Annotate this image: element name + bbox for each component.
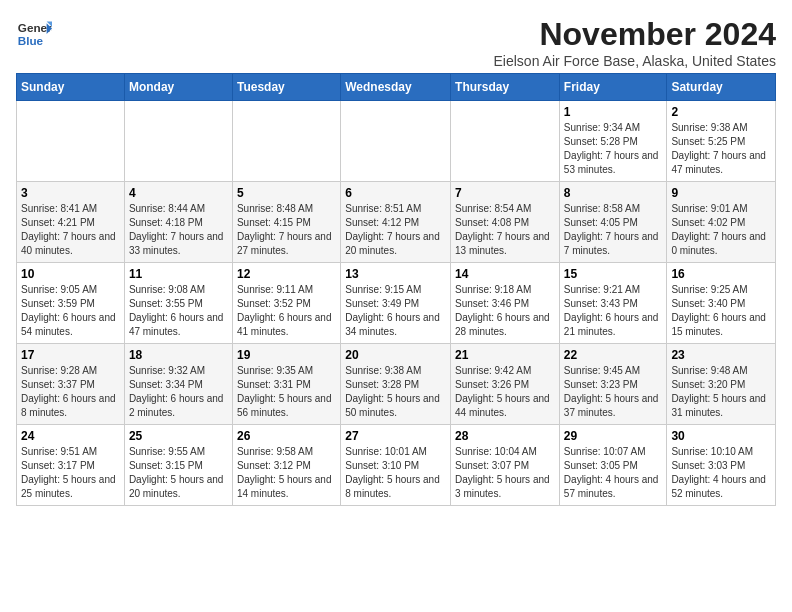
day-number: 29 [564,429,663,443]
day-cell: 14Sunrise: 9:18 AMSunset: 3:46 PMDayligh… [451,263,560,344]
day-cell: 8Sunrise: 8:58 AMSunset: 4:05 PMDaylight… [559,182,667,263]
day-info: Sunrise: 9:01 AMSunset: 4:02 PMDaylight:… [671,202,771,258]
day-info: Sunrise: 9:21 AMSunset: 3:43 PMDaylight:… [564,283,663,339]
day-info: Sunrise: 9:48 AMSunset: 3:20 PMDaylight:… [671,364,771,420]
day-cell: 24Sunrise: 9:51 AMSunset: 3:17 PMDayligh… [17,425,125,506]
calendar-header: SundayMondayTuesdayWednesdayThursdayFrid… [17,74,776,101]
header-cell-monday: Monday [124,74,232,101]
week-row-4: 17Sunrise: 9:28 AMSunset: 3:37 PMDayligh… [17,344,776,425]
day-cell: 30Sunrise: 10:10 AMSunset: 3:03 PMDaylig… [667,425,776,506]
day-info: Sunrise: 8:44 AMSunset: 4:18 PMDaylight:… [129,202,228,258]
day-number: 2 [671,105,771,119]
day-cell: 13Sunrise: 9:15 AMSunset: 3:49 PMDayligh… [341,263,451,344]
header-cell-wednesday: Wednesday [341,74,451,101]
day-number: 16 [671,267,771,281]
page-subtitle: Eielson Air Force Base, Alaska, United S… [494,53,776,69]
day-number: 23 [671,348,771,362]
day-number: 6 [345,186,446,200]
day-number: 1 [564,105,663,119]
header-cell-sunday: Sunday [17,74,125,101]
calendar-table: SundayMondayTuesdayWednesdayThursdayFrid… [16,73,776,506]
day-number: 8 [564,186,663,200]
logo-icon: General Blue [16,16,52,52]
day-number: 18 [129,348,228,362]
day-cell [451,101,560,182]
day-cell [232,101,340,182]
day-cell: 27Sunrise: 10:01 AMSunset: 3:10 PMDaylig… [341,425,451,506]
day-info: Sunrise: 8:54 AMSunset: 4:08 PMDaylight:… [455,202,555,258]
day-info: Sunrise: 9:38 AMSunset: 3:28 PMDaylight:… [345,364,446,420]
week-row-1: 1Sunrise: 9:34 AMSunset: 5:28 PMDaylight… [17,101,776,182]
day-number: 4 [129,186,228,200]
day-info: Sunrise: 9:11 AMSunset: 3:52 PMDaylight:… [237,283,336,339]
day-cell: 25Sunrise: 9:55 AMSunset: 3:15 PMDayligh… [124,425,232,506]
day-number: 15 [564,267,663,281]
header-cell-friday: Friday [559,74,667,101]
day-cell: 11Sunrise: 9:08 AMSunset: 3:55 PMDayligh… [124,263,232,344]
day-info: Sunrise: 9:18 AMSunset: 3:46 PMDaylight:… [455,283,555,339]
day-info: Sunrise: 8:58 AMSunset: 4:05 PMDaylight:… [564,202,663,258]
day-number: 30 [671,429,771,443]
day-number: 3 [21,186,120,200]
day-cell: 21Sunrise: 9:42 AMSunset: 3:26 PMDayligh… [451,344,560,425]
day-number: 26 [237,429,336,443]
header-cell-thursday: Thursday [451,74,560,101]
day-number: 19 [237,348,336,362]
week-row-2: 3Sunrise: 8:41 AMSunset: 4:21 PMDaylight… [17,182,776,263]
header-cell-saturday: Saturday [667,74,776,101]
day-cell: 5Sunrise: 8:48 AMSunset: 4:15 PMDaylight… [232,182,340,263]
day-number: 17 [21,348,120,362]
day-cell: 26Sunrise: 9:58 AMSunset: 3:12 PMDayligh… [232,425,340,506]
day-cell: 7Sunrise: 8:54 AMSunset: 4:08 PMDaylight… [451,182,560,263]
day-number: 9 [671,186,771,200]
day-cell: 18Sunrise: 9:32 AMSunset: 3:34 PMDayligh… [124,344,232,425]
header-cell-tuesday: Tuesday [232,74,340,101]
day-cell: 22Sunrise: 9:45 AMSunset: 3:23 PMDayligh… [559,344,667,425]
day-info: Sunrise: 9:05 AMSunset: 3:59 PMDaylight:… [21,283,120,339]
page-header: General Blue November 2024 Eielson Air F… [16,16,776,69]
day-number: 5 [237,186,336,200]
logo: General Blue [16,16,52,52]
page-title: November 2024 [494,16,776,53]
day-cell [341,101,451,182]
day-cell: 3Sunrise: 8:41 AMSunset: 4:21 PMDaylight… [17,182,125,263]
day-info: Sunrise: 9:32 AMSunset: 3:34 PMDaylight:… [129,364,228,420]
day-number: 14 [455,267,555,281]
day-info: Sunrise: 8:41 AMSunset: 4:21 PMDaylight:… [21,202,120,258]
day-cell: 23Sunrise: 9:48 AMSunset: 3:20 PMDayligh… [667,344,776,425]
day-cell: 2Sunrise: 9:38 AMSunset: 5:25 PMDaylight… [667,101,776,182]
day-info: Sunrise: 9:35 AMSunset: 3:31 PMDaylight:… [237,364,336,420]
week-row-3: 10Sunrise: 9:05 AMSunset: 3:59 PMDayligh… [17,263,776,344]
day-info: Sunrise: 9:08 AMSunset: 3:55 PMDaylight:… [129,283,228,339]
day-number: 11 [129,267,228,281]
day-cell [124,101,232,182]
day-cell: 9Sunrise: 9:01 AMSunset: 4:02 PMDaylight… [667,182,776,263]
day-cell: 4Sunrise: 8:44 AMSunset: 4:18 PMDaylight… [124,182,232,263]
day-cell: 28Sunrise: 10:04 AMSunset: 3:07 PMDaylig… [451,425,560,506]
day-cell: 20Sunrise: 9:38 AMSunset: 3:28 PMDayligh… [341,344,451,425]
day-number: 27 [345,429,446,443]
day-number: 25 [129,429,228,443]
day-info: Sunrise: 8:48 AMSunset: 4:15 PMDaylight:… [237,202,336,258]
day-cell: 1Sunrise: 9:34 AMSunset: 5:28 PMDaylight… [559,101,667,182]
day-info: Sunrise: 10:10 AMSunset: 3:03 PMDaylight… [671,445,771,501]
header-row: SundayMondayTuesdayWednesdayThursdayFrid… [17,74,776,101]
day-cell: 19Sunrise: 9:35 AMSunset: 3:31 PMDayligh… [232,344,340,425]
day-info: Sunrise: 9:55 AMSunset: 3:15 PMDaylight:… [129,445,228,501]
day-info: Sunrise: 9:38 AMSunset: 5:25 PMDaylight:… [671,121,771,177]
title-section: November 2024 Eielson Air Force Base, Al… [494,16,776,69]
day-cell: 6Sunrise: 8:51 AMSunset: 4:12 PMDaylight… [341,182,451,263]
week-row-5: 24Sunrise: 9:51 AMSunset: 3:17 PMDayligh… [17,425,776,506]
day-info: Sunrise: 8:51 AMSunset: 4:12 PMDaylight:… [345,202,446,258]
day-cell: 10Sunrise: 9:05 AMSunset: 3:59 PMDayligh… [17,263,125,344]
day-number: 24 [21,429,120,443]
calendar-body: 1Sunrise: 9:34 AMSunset: 5:28 PMDaylight… [17,101,776,506]
day-number: 20 [345,348,446,362]
day-info: Sunrise: 10:01 AMSunset: 3:10 PMDaylight… [345,445,446,501]
day-cell: 17Sunrise: 9:28 AMSunset: 3:37 PMDayligh… [17,344,125,425]
day-info: Sunrise: 9:45 AMSunset: 3:23 PMDaylight:… [564,364,663,420]
day-info: Sunrise: 9:34 AMSunset: 5:28 PMDaylight:… [564,121,663,177]
day-info: Sunrise: 9:28 AMSunset: 3:37 PMDaylight:… [21,364,120,420]
day-cell: 15Sunrise: 9:21 AMSunset: 3:43 PMDayligh… [559,263,667,344]
day-number: 28 [455,429,555,443]
